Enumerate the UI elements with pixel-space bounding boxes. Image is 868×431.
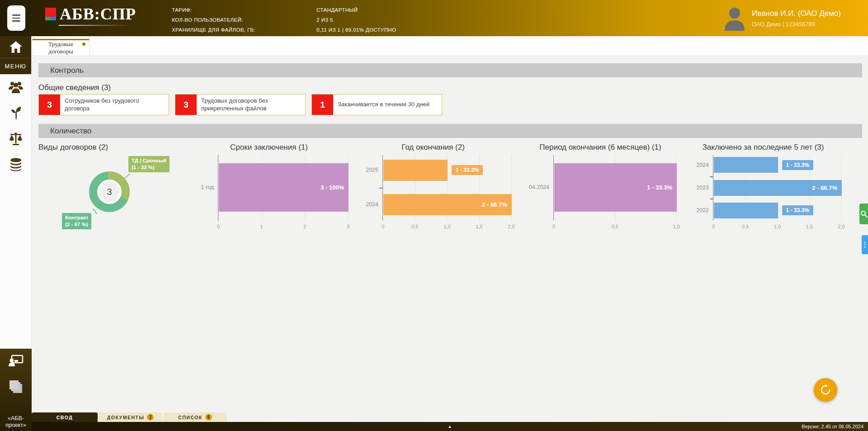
alert-card-2[interactable]: 1Заканчивается в течении 30 дней <box>311 94 442 115</box>
alert-card-label: Трудовых договоров без прикрепленных фай… <box>197 95 305 115</box>
chart-title: Сроки заключения (1) <box>190 143 348 152</box>
chart-title: Период окончания (6 месяцев) (1) <box>524 143 676 152</box>
bar-2025[interactable] <box>383 160 448 181</box>
summary-title: Общие сведения (3) <box>38 83 111 92</box>
sidebar-bottom: «АБВ-проект» <box>0 349 32 431</box>
axis-category-label: 2023 <box>685 185 709 191</box>
donut-label-line: (1 - 33 %) <box>132 164 166 171</box>
donut-label-line: ТД | Срочный <box>132 157 166 164</box>
axis-tick-label: 0 <box>217 224 220 229</box>
version-text: Версия: 2.45 от 06.05.2024 <box>802 424 868 429</box>
plan-info-label: КОЛ-ВО ПОЛЬЗОВАТЕЛЕЙ: <box>172 17 316 23</box>
bottom-tab-1[interactable]: ДОКУМЕНТЫ2 <box>99 412 162 422</box>
charts-row: Виды договоров (2) 3 ТД | Срочный (1 - 3… <box>0 138 868 242</box>
axis-tick-label: 0 <box>382 224 384 229</box>
sidebar-item-employees[interactable] <box>0 74 31 100</box>
donut-total: 3 <box>107 187 112 197</box>
user-profile[interactable]: Иванов И.И. (ОАО Демо) ОАО Демо | 123456… <box>723 5 841 31</box>
user-org: ОАО Демо | 123456789 <box>752 21 841 28</box>
bottom-tab-badge: 2 <box>147 414 154 421</box>
bar-value-badge: 1 - 33.3% <box>782 205 813 215</box>
section-header-quantity: Количество <box>38 124 862 138</box>
search-button[interactable] <box>859 204 868 224</box>
axis-tick-label: 1 <box>260 224 263 229</box>
bottom-tab-label: ДОКУМЕНТЫ <box>107 415 144 420</box>
chart-title: Виды договоров (2) <box>38 143 183 152</box>
bar-value-label: 2 - 66.7% <box>812 185 837 191</box>
chart-end-period: Период окончания (6 месяцев) (1)04.20241… <box>524 138 676 242</box>
axis-category-label: 2024 <box>685 162 709 168</box>
document-tab-row: Трудовые договоры <box>32 36 868 55</box>
axis-tick-label: 1,0 <box>774 224 781 229</box>
tab-active-dot-icon <box>82 43 85 46</box>
hamburger-menu-button[interactable] <box>7 5 25 31</box>
chart-plot: 20241 - 33.3%20232 - 66.7%20221 - 33.3%0… <box>713 155 841 221</box>
axis-tick-mark <box>710 176 713 177</box>
axis-tick-label: 2 <box>303 224 306 229</box>
bar-2023[interactable]: 2 - 66.7% <box>714 180 842 196</box>
sidebar-item-training[interactable] <box>8 349 24 374</box>
bottom-tab-label: СПИСОК <box>178 415 203 420</box>
bottom-tab-0[interactable]: СВОД <box>32 412 98 422</box>
home-icon <box>9 41 22 53</box>
tab-labor-contracts[interactable]: Трудовые договоры <box>32 39 90 55</box>
bar-2024[interactable] <box>714 157 778 173</box>
alert-card-1[interactable]: 3Трудовых договоров без прикрепленных фа… <box>175 94 306 115</box>
chart-plot: 04.20241 - 33.3%00,51,0 <box>553 155 676 221</box>
axis-tick-label: 0,5 <box>612 224 618 229</box>
donut-center: 3 <box>97 180 122 204</box>
axis-tick-label: 0,5 <box>411 224 418 229</box>
axis-category-label: 2022 <box>685 207 709 213</box>
people-icon <box>9 81 23 93</box>
axis-category-label: 04.2024 <box>525 184 549 190</box>
axis-category-label: 2024 <box>355 201 378 208</box>
more-dots-icon: ⋮ <box>862 241 868 249</box>
bar-2024[interactable]: 2 - 66.7% <box>383 194 512 215</box>
donut-callout-line <box>93 208 97 214</box>
bottom-tab-2[interactable]: СПИСОК6 <box>163 412 227 422</box>
search-icon <box>860 210 868 218</box>
more-actions-button[interactable]: ⋮ <box>862 235 868 254</box>
alert-count-badge: 1 <box>312 95 333 115</box>
axis-tick-label: 0 <box>712 224 715 229</box>
sidebar-item-copies[interactable] <box>9 374 23 399</box>
bar-04.2024[interactable]: 1 - 33.3% <box>554 163 677 212</box>
chart-end-year: Год окончания (2)20251 - 33.3%20242 - 66… <box>355 138 511 242</box>
alert-card-label: Заканчивается в течении 30 дней <box>333 95 442 115</box>
plan-info-value: 0,11 ИЗ 1 | 89,01% ДОСТУПНО <box>316 27 396 33</box>
donut-ring[interactable]: 3 <box>89 171 130 212</box>
alert-count-badge: 3 <box>175 95 197 115</box>
bottom-tabs: СВОДДОКУМЕНТЫ2СПИСОК6 <box>32 412 227 422</box>
chart-last-5-years: Заключено за последние 5 лет (3)20241 - … <box>685 138 841 242</box>
avatar <box>723 5 746 31</box>
chart-plot: 1 год3 - 100%0123 <box>218 155 348 221</box>
plan-info: ТАРИФ:СТАНДАРТНЫЙКОЛ-ВО ПОЛЬЗОВАТЕЛЕЙ:2 … <box>172 5 396 35</box>
refresh-button[interactable] <box>814 378 837 402</box>
plan-info-row: КОЛ-ВО ПОЛЬЗОВАТЕЛЕЙ:2 ИЗ 5 <box>172 15 396 25</box>
plan-info-label: ТАРИФ: <box>172 7 316 13</box>
bar-1 год[interactable]: 3 - 100% <box>219 163 349 212</box>
alert-count-badge: 3 <box>39 95 60 115</box>
sidebar-menu-toggle[interactable]: МЕНЮ <box>0 58 31 74</box>
tab-label: Трудовые договоры <box>40 41 82 55</box>
donut-label-line: Контракт <box>65 214 88 221</box>
bar-2022[interactable] <box>714 203 778 218</box>
chart-contract-types: Виды договоров (2) 3 ТД | Срочный (1 - 3… <box>38 138 183 242</box>
chart-title: Заключено за последние 5 лет (3) <box>685 143 841 152</box>
hamburger-menu-icon <box>12 14 20 16</box>
bar-value-badge: 1 - 33.3% <box>782 160 813 170</box>
user-name: Иванов И.И. (ОАО Демо) <box>752 9 841 18</box>
plan-info-value: СТАНДАРТНЫЙ <box>316 7 358 13</box>
axis-tick-mark <box>379 188 383 189</box>
alert-card-0[interactable]: 3Сотрудников без трудового договора <box>38 94 169 115</box>
axis-tick-label: 0,5 <box>742 224 749 229</box>
donut-label-td-srochny: ТД | Срочный (1 - 33 %) <box>128 156 170 172</box>
app-logo[interactable]: АБВ:СПР <box>45 5 136 26</box>
donut-label-kontrakt: Контракт (2 - 67 %) <box>62 213 91 229</box>
sidebar-item-growth[interactable] <box>0 100 31 126</box>
bar-value-badge: 1 - 33.3% <box>452 165 483 175</box>
collapse-chevron-icon[interactable]: ▲ <box>448 424 452 429</box>
axis-tick-label: 3 <box>347 224 349 229</box>
sidebar-item-home[interactable] <box>0 36 31 58</box>
axis-tick-label: 2,0 <box>838 224 844 229</box>
